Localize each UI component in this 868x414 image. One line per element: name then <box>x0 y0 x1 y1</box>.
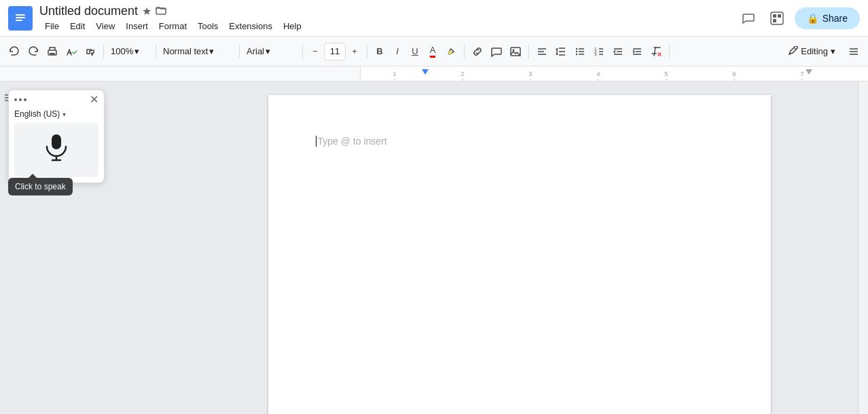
mic-icon <box>41 132 71 168</box>
app-logo <box>8 6 33 31</box>
share-label: Share <box>822 13 848 24</box>
divider-5 <box>367 45 367 58</box>
svg-rect-8 <box>773 19 776 22</box>
svg-text:7: 7 <box>800 71 803 77</box>
ruler-content: 1 2 3 4 5 6 7 <box>360 67 868 81</box>
svg-text:1: 1 <box>393 71 396 77</box>
menu-edit[interactable]: Edit <box>65 20 90 33</box>
voice-mic-button[interactable] <box>14 123 98 177</box>
menu-extensions[interactable]: Extensions <box>223 20 278 33</box>
menu-view[interactable]: View <box>90 20 120 33</box>
spellcheck-button[interactable] <box>62 41 80 62</box>
font-size-area: − 11 + <box>307 41 363 62</box>
toolbar: 100% ▾ Normal text ▾ Arial ▾ − 11 + B I … <box>0 37 868 67</box>
divider-2 <box>156 45 156 58</box>
dot-2 <box>19 98 22 101</box>
svg-text:3.: 3. <box>594 52 598 56</box>
voice-lang-chevron: ▾ <box>62 111 66 118</box>
ruler: 1 2 3 4 5 6 7 <box>0 67 868 81</box>
bold-button[interactable]: B <box>372 41 388 62</box>
increase-indent-button[interactable] <box>628 41 646 62</box>
style-chevron: ▾ <box>209 46 214 56</box>
svg-rect-10 <box>50 53 55 54</box>
font-size-decrease[interactable]: − <box>307 41 323 62</box>
share-button[interactable]: 🔒 Share <box>795 7 860 29</box>
undo-button[interactable] <box>5 41 23 62</box>
divider-8 <box>669 45 670 58</box>
align-button[interactable] <box>533 41 551 62</box>
font-value: Arial <box>247 46 264 56</box>
font-select[interactable]: Arial ▾ <box>244 41 298 62</box>
editing-mode-label: Editing <box>801 46 828 56</box>
scrollbar-area[interactable] <box>858 81 868 414</box>
doc-page[interactable]: Type @ to insert <box>268 95 771 414</box>
underline-button[interactable]: U <box>407 41 423 62</box>
comment-inline-button[interactable] <box>488 41 505 62</box>
voice-tooltip: Click to speak <box>8 178 73 195</box>
image-button[interactable] <box>507 41 524 62</box>
font-size-input[interactable]: 11 <box>324 43 346 60</box>
doc-title-row: Untitled document ★ <box>39 4 738 18</box>
voice-lang-select[interactable]: English (US) ▾ <box>9 108 104 123</box>
divider-4 <box>302 45 303 58</box>
svg-point-12 <box>513 49 515 51</box>
link-button[interactable] <box>469 41 486 62</box>
print-button[interactable] <box>43 41 61 62</box>
svg-text:5: 5 <box>664 71 668 77</box>
title-bar-right: 🔒 Share <box>738 7 860 29</box>
menu-bar: File Edit View Insert Format Tools Exten… <box>39 20 738 33</box>
text-cursor <box>316 136 317 147</box>
menu-tools[interactable]: Tools <box>192 20 223 33</box>
list-button[interactable] <box>571 41 589 62</box>
more-options-button[interactable] <box>845 41 863 62</box>
menu-format[interactable]: Format <box>153 20 192 33</box>
zoom-value: 100% <box>111 46 133 56</box>
divider-7 <box>528 45 529 58</box>
doc-title-area: Untitled document ★ File Edit View Inser… <box>39 4 738 33</box>
doc-placeholder: Type @ to insert <box>316 136 387 147</box>
menu-help[interactable]: Help <box>278 20 307 33</box>
editing-mode-select[interactable]: Editing ▾ <box>782 43 841 60</box>
svg-text:3: 3 <box>528 71 532 77</box>
comment-button[interactable] <box>738 7 759 29</box>
collab-button[interactable] <box>766 7 788 29</box>
svg-rect-2 <box>16 17 25 18</box>
placeholder-text: Type @ to insert <box>318 136 387 147</box>
title-bar: Untitled document ★ File Edit View Inser… <box>0 0 868 37</box>
text-color-button[interactable]: A <box>424 41 441 62</box>
font-size-increase[interactable]: + <box>346 41 363 62</box>
voice-lang-label: English (US) <box>14 109 60 119</box>
numbered-list-button[interactable]: 1.2.3. <box>590 41 608 62</box>
svg-rect-46 <box>361 67 868 81</box>
menu-insert[interactable]: Insert <box>120 20 153 33</box>
main-area: ✕ English (US) ▾ Click to speak <box>0 81 868 414</box>
voice-close-button[interactable]: ✕ <box>90 94 98 105</box>
line-spacing-button[interactable] <box>552 41 570 62</box>
svg-rect-6 <box>773 14 776 18</box>
zoom-select[interactable]: 100% ▾ <box>108 41 151 62</box>
svg-rect-3 <box>16 20 22 21</box>
decrease-indent-button[interactable] <box>609 41 627 62</box>
dot-3 <box>24 98 26 101</box>
editing-mode-chevron: ▾ <box>831 46 835 56</box>
divider-1 <box>103 45 104 58</box>
font-chevron: ▾ <box>266 46 270 56</box>
italic-button[interactable]: I <box>389 41 405 62</box>
redo-button[interactable] <box>24 41 42 62</box>
svg-rect-69 <box>52 134 61 149</box>
doc-title[interactable]: Untitled document <box>39 4 138 18</box>
folder-icon[interactable] <box>156 5 166 17</box>
doc-area[interactable]: Type @ to insert <box>180 81 858 414</box>
dot-1 <box>14 98 17 101</box>
star-icon[interactable]: ★ <box>142 5 151 18</box>
voice-widget-header: ✕ <box>9 90 104 108</box>
voice-widget: ✕ English (US) ▾ <box>8 90 105 183</box>
paint-format-button[interactable] <box>82 41 99 62</box>
clear-formatting-button[interactable] <box>647 41 665 62</box>
zoom-chevron: ▾ <box>134 46 139 56</box>
highlight-button[interactable] <box>442 41 460 62</box>
style-select[interactable]: Normal text ▾ <box>160 41 235 62</box>
svg-point-21 <box>576 53 577 54</box>
svg-rect-1 <box>16 14 25 16</box>
menu-file[interactable]: File <box>39 20 65 33</box>
